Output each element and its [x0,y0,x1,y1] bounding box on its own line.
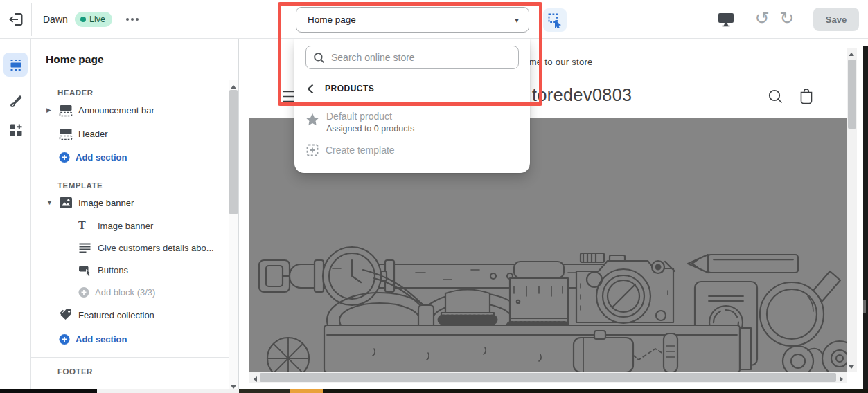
window-edge-artifact [863,46,868,393]
exit-editor-button[interactable] [8,11,24,28]
rail-theme-settings-button[interactable] [3,89,28,113]
page-selector-dropdown[interactable]: Home page ▾ [296,7,529,33]
top-bar: Dawn Live Home page ▾ ↺ ↻ Save [0,0,868,39]
selection-tool-icon [547,12,563,28]
panel-scrollbar[interactable] [229,80,238,393]
section-icon [59,127,78,140]
section-row-announcement-bar[interactable]: ▶ Announcement bar [31,98,229,122]
desktop-icon [718,12,734,27]
template-dropdown-panel: PRODUCTS Default product Assigned to 0 p… [294,39,530,173]
block-row-text[interactable]: Give customers details abo... [31,237,229,259]
text-lines-icon [78,242,98,254]
template-item-title: Default product [326,111,414,122]
plus-circle-gray-icon [78,286,89,298]
rail-app-embeds-button[interactable] [3,118,28,142]
sections-icon [8,57,24,73]
panel-title: Home page [31,39,238,80]
editor-rail [0,39,31,393]
store-search-icon[interactable] [768,89,783,104]
more-actions-button[interactable] [126,14,145,25]
products-back-button[interactable]: PRODUCTS [307,79,374,98]
cart-bag-icon[interactable] [798,88,815,105]
desktop-preview-button[interactable] [718,12,734,27]
sections-panel: Home page HEADER ▶ Announcement bar Head… [31,39,239,393]
create-template-item[interactable]: Create template [306,144,521,156]
preview-vertical-scrollbar[interactable] [847,48,857,372]
rail-sections-button[interactable] [3,53,28,77]
section-row-header[interactable]: Header [31,122,229,145]
add-block-button-disabled[interactable]: Add block (3/3) [31,281,229,303]
save-button[interactable]: Save [813,8,859,31]
add-section-button-header[interactable]: Add section [31,145,229,169]
vertical-scrollbar-thumb[interactable] [848,60,856,129]
default-product-template-item[interactable]: Default product Assigned to 0 products [305,111,520,134]
redo-button[interactable]: ↻ [777,6,797,31]
theme-name: Dawn [43,0,68,39]
heading-icon: T [78,219,98,232]
live-status-badge: Live [75,12,112,27]
add-section-button-template[interactable]: Add section [31,327,229,351]
tags-icon [59,308,78,322]
scroll-up-icon[interactable] [847,49,856,59]
undo-button[interactable]: ↺ [752,6,772,31]
panel-scroll-area: HEADER ▶ Announcement bar Header [31,80,229,393]
app-embeds-icon [9,123,23,137]
plus-circle-icon [59,333,70,345]
block-row-buttons[interactable]: Buttons [31,259,229,281]
topbar-divider [31,3,32,36]
dropdown-divider [305,104,522,104]
store-name-link[interactable]: toredev0803 [532,85,632,105]
section-picker-button[interactable] [543,8,567,32]
plus-circle-icon [59,152,70,163]
online-store-search-box[interactable] [305,46,519,69]
disclosure-collapsed-icon[interactable]: ▶ [46,107,59,113]
live-dot-icon [80,17,86,22]
image-icon [59,196,78,209]
section-icon [59,104,78,117]
scroll-right-icon[interactable] [836,374,846,384]
bottom-edge-artifact [0,389,868,393]
group-label-footer: FOOTER [57,367,229,376]
chevron-left-icon [307,84,314,94]
block-row-heading[interactable]: T Image banner [31,214,229,237]
chevron-down-icon: ▾ [515,15,519,25]
group-label-header: HEADER [57,89,229,97]
template-item-subtitle: Assigned to 0 products [326,124,414,134]
section-row-featured-collection[interactable]: Featured collection [31,303,229,327]
search-input[interactable] [331,52,511,63]
panel-divider [31,357,229,358]
preview-horizontal-scrollbar[interactable] [249,372,847,383]
horizontal-scrollbar-thumb[interactable] [260,373,836,382]
topbar-divider [743,3,743,36]
exit-icon [8,11,24,28]
scroll-left-icon[interactable] [250,374,260,384]
star-icon [305,113,319,126]
section-row-image-banner[interactable]: ▼ Image banner [31,191,229,214]
page-selector-value: Home page [308,15,515,25]
panel-scrollbar-thumb[interactable] [229,90,238,214]
disclosure-expanded-icon[interactable]: ▼ [46,199,59,206]
paintbrush-icon [8,93,23,108]
create-template-icon [306,144,319,156]
topbar-divider [804,3,804,36]
group-label-template: TEMPLATE [57,181,229,190]
scroll-down-icon[interactable] [847,362,856,372]
button-cursor-icon [78,264,98,276]
search-icon [313,52,325,64]
